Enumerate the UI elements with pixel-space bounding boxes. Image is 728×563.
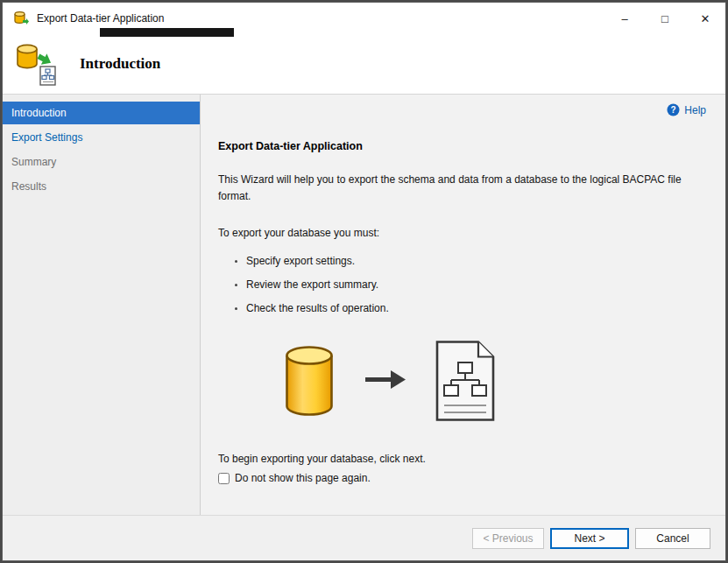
bacpac-file-icon — [434, 339, 497, 423]
titlebar-artifact-strip — [100, 28, 234, 37]
wizard-header: Introduction — [3, 34, 725, 95]
previous-button: < Previous — [472, 528, 544, 549]
dont-show-row: Do not show this page again. — [218, 472, 725, 484]
window-controls: – □ ✕ — [604, 3, 725, 34]
description-text: This Wizard will help you to export the … — [218, 172, 684, 204]
wizard-window: Export Data-tier Application – □ ✕ Intro… — [2, 2, 726, 561]
export-graphic — [285, 339, 725, 423]
bullet-item: Review the export summary. — [246, 278, 725, 291]
arrow-icon — [365, 368, 406, 395]
sidebar-item-introduction[interactable]: Introduction — [3, 102, 200, 124]
page-title: Introduction — [80, 55, 160, 73]
svg-text:?: ? — [671, 105, 676, 115]
sidebar-item-results: Results — [3, 175, 200, 198]
minimize-button[interactable]: – — [604, 3, 645, 34]
help-link[interactable]: ? Help — [667, 103, 706, 116]
database-cylinder-icon — [285, 344, 334, 418]
help-icon: ? — [667, 103, 680, 116]
footer-instruction: To begin exporting your database, click … — [218, 453, 725, 465]
wizard-body: Introduction Export Settings Summary Res… — [3, 95, 725, 515]
database-export-icon — [15, 42, 57, 86]
dont-show-checkbox[interactable] — [218, 473, 230, 484]
window-title: Export Data-tier Application — [37, 12, 164, 25]
app-database-icon — [13, 11, 29, 26]
help-label: Help — [684, 104, 706, 116]
bullet-list: Specify export settings. Review the expo… — [201, 255, 725, 314]
sidebar-item-summary: Summary — [3, 151, 200, 173]
dont-show-label[interactable]: Do not show this page again. — [235, 472, 371, 484]
bullet-item: Specify export settings. — [246, 255, 725, 267]
instruction-text: To export your database you must: — [218, 227, 725, 239]
content-pane: ? Help Export Data-tier Application This… — [201, 95, 725, 515]
button-bar: < Previous Next > Cancel — [3, 515, 725, 560]
cancel-button[interactable]: Cancel — [635, 528, 710, 549]
bullet-item: Check the results of operation. — [246, 302, 725, 314]
maximize-button[interactable]: □ — [645, 3, 685, 34]
sidebar-item-export-settings[interactable]: Export Settings — [3, 126, 200, 149]
content-heading: Export Data-tier Application — [218, 140, 725, 152]
sidebar: Introduction Export Settings Summary Res… — [3, 95, 201, 515]
close-button[interactable]: ✕ — [685, 3, 725, 34]
next-button[interactable]: Next > — [550, 528, 629, 549]
